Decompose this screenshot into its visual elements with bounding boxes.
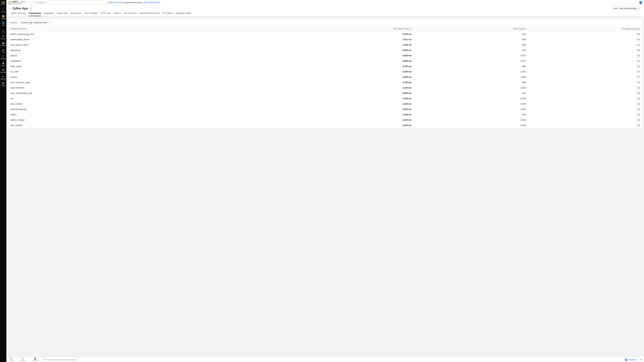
apps-grid-icon[interactable] <box>2 1 5 5</box>
register-link[interactable]: Register here <box>108 1 120 4</box>
col-avg-resp-time[interactable]: Avg. Resp. Timei▾ <box>325 26 414 31</box>
cell-count: 4,719 <box>414 96 528 101</box>
sidebar-item-admin[interactable]: ✱Admin <box>0 81 6 87</box>
cell-resp: 2,325 ms <box>325 96 414 101</box>
tab-admin-summary[interactable]: Admin Summary <box>11 12 26 16</box>
sidebar-item-applogs[interactable]: ▤AppLogs <box>0 67 6 74</box>
tab-http-calls[interactable]: HTTP Calls <box>100 12 111 16</box>
support-button[interactable]: 🎧 Support <box>623 357 638 362</box>
cell-count: 2,329 <box>414 101 528 107</box>
table-row[interactable]: search_processing_time8,725 ms4100.0 <box>8 31 642 37</box>
sidebar-icon: ∞ <box>2 28 5 31</box>
period-select[interactable]: Last 7 days (till yesterday) ▼ <box>612 6 642 10</box>
cell-resp: 4,025 ms <box>325 74 414 80</box>
cell-resp: 1,025 ms <box>325 123 414 128</box>
tab-geographic[interactable]: Geographic <box>44 12 54 16</box>
sidebar-item-cloud[interactable]: ☁Cloud <box>0 47 6 54</box>
smart-chat-input[interactable]: Here is your Smart Chat (Ctrl+Space) <box>41 359 623 361</box>
cell-name[interactable]: list_view <box>8 69 325 74</box>
cell-name[interactable]: sla <box>8 96 325 101</box>
table-row[interactable]: sla2,325 ms4,7190.5 <box>8 96 642 101</box>
sidebar-label: Reports <box>0 78 6 80</box>
table-row[interactable]: add_monitor2,325 ms2,3290.2 <box>8 101 642 107</box>
cell-name[interactable]: add_monitor <box>8 101 325 107</box>
period-label: Last 7 days (till yesterday) <box>613 7 636 9</box>
plans-link[interactable]: Plans and Pricing <box>144 1 159 4</box>
sidebar-item-vmware[interactable]: ▣VMware <box>0 40 6 47</box>
cell-name[interactable]: authenticateuser <box>8 107 325 112</box>
tab-screens[interactable]: Screens <box>114 12 121 16</box>
col-throughput[interactable]: Throughput (rpm)i <box>528 26 642 31</box>
cell-name[interactable]: user_onboarding_time <box>8 90 325 96</box>
table-row[interactable]: write_query4,725 ms4650.1 <box>8 64 642 69</box>
sidebar-item-server[interactable]: ☰Server <box>0 34 6 40</box>
brand-logo[interactable]: Site24x7 Demo Read-only version <box>8 0 26 5</box>
cell-name[interactable]: login/welcome <box>8 85 325 90</box>
cell-name[interactable]: reports <box>8 53 325 58</box>
table-row[interactable]: downloading_books7,611 ms4560.1 <box>8 37 642 42</box>
cell-resp: 2,325 ms <box>325 107 414 112</box>
cell-name[interactable]: delete_monitor <box>8 117 325 123</box>
cell-name[interactable]: write_query <box>8 64 325 69</box>
cell-name[interactable]: read_query_select <box>8 42 325 48</box>
tab-installation-steps[interactable]: Installation Steps <box>176 12 191 16</box>
info-icon[interactable]: i <box>638 28 640 30</box>
tab-device-type[interactable]: Device Type <box>57 12 68 16</box>
help-icon[interactable]: ? <box>639 1 642 4</box>
tab-os-platform[interactable]: OS Platform <box>162 12 173 16</box>
table-row[interactable]: read_query_select7,525 ms9260.1 <box>8 42 642 48</box>
cart-icon[interactable] <box>638 357 644 362</box>
tab-crash-analytics[interactable]: Crash Analytics <box>84 12 98 16</box>
table-row[interactable]: list/allitems5,005 ms2,3270.2 <box>8 58 642 64</box>
table-row[interactable]: list_view4,325 ms2,3810.2 <box>8 69 642 74</box>
cell-name[interactable]: actions <box>8 74 325 80</box>
table-row[interactable]: edit_monitor1,025 ms2,4160.2 <box>8 123 642 128</box>
table-row[interactable]: delete_monitor1,025 ms2,4200.2 <box>8 117 642 123</box>
sidebar-label: APM <box>2 31 5 33</box>
table-row[interactable]: reports5,005 ms4,7070.5 <box>8 53 642 58</box>
sidebar-item-alarms[interactable]: 🔔Alarms <box>0 14 6 20</box>
cell-name[interactable]: logout <box>8 112 325 117</box>
search-input[interactable] <box>32 0 106 4</box>
cell-resp: 1,025 ms <box>325 117 414 123</box>
tab-user-sessions[interactable]: User Sessions <box>124 12 136 16</box>
table-row[interactable]: actions4,025 ms7,0450.7 <box>8 74 642 80</box>
bottombar-chats[interactable]: 💬Chats <box>6 357 16 362</box>
sidebar-item-web[interactable]: 🌐Web <box>0 20 6 27</box>
col-total-count[interactable]: Total Counti <box>414 26 528 31</box>
bottombar-label: Chats <box>10 360 14 362</box>
bottombar-channels[interactable]: 📡Channels <box>16 357 29 362</box>
table-row[interactable]: login/welcome3,225 ms2,3160.2 <box>8 85 642 90</box>
sidebar-item-network[interactable]: ⬡Network <box>0 54 6 61</box>
col-transaction-name[interactable]: Transaction Name <box>8 26 325 31</box>
cell-thr: 0.1 <box>528 42 642 48</box>
tab-filterable-performance[interactable]: Filterable Performance <box>139 12 160 16</box>
table-row[interactable]: user_onboarding_time2,925 ms3870.0 <box>8 90 642 96</box>
sidebar-item-apm[interactable]: ∞APM <box>0 27 6 34</box>
sidebar-item-reports[interactable]: ▸Reports <box>0 74 6 81</box>
tab-app-version[interactable]: App Version <box>70 12 82 16</box>
tab-transactions[interactable]: Transactions <box>29 12 41 16</box>
table-row[interactable]: authenticateuser2,325 ms2,3200.2 <box>8 107 642 112</box>
info-icon[interactable]: i <box>408 28 410 30</box>
sidebar-icon: ⬡ <box>2 55 5 58</box>
table-row[interactable]: api/upload5,325 ms4100.0 <box>8 48 642 53</box>
expand-icon[interactable] <box>28 1 31 4</box>
cell-name[interactable]: edit_monitor <box>8 123 325 128</box>
cell-name[interactable]: core_business_logic <box>8 80 325 85</box>
page-title: Zylker App <box>12 7 28 10</box>
cell-name[interactable]: search_processing_time <box>8 31 325 37</box>
bottombar-contacts[interactable]: 👤Contacts <box>29 357 42 362</box>
cell-name[interactable]: api/upload <box>8 48 325 53</box>
table-row[interactable]: core_business_logic3,725 ms4060.0 <box>8 80 642 85</box>
svg-point-5 <box>640 360 641 361</box>
sidebar-item-home[interactable]: ⌂Home <box>0 7 6 14</box>
sidebar-item-rum[interactable]: ◉RUM <box>0 61 6 67</box>
cell-name[interactable]: list/allitems <box>8 58 325 64</box>
back-arrow-icon[interactable]: ← <box>9 7 12 10</box>
table-row[interactable]: logout1,325 ms4350.0 <box>8 112 642 117</box>
sort-select[interactable]: Slowest Avg. Response Time ▼ <box>19 21 52 25</box>
cell-name[interactable]: downloading_books <box>8 37 325 42</box>
info-icon[interactable]: i <box>524 28 526 30</box>
page-menu-icon[interactable] <box>30 7 32 9</box>
